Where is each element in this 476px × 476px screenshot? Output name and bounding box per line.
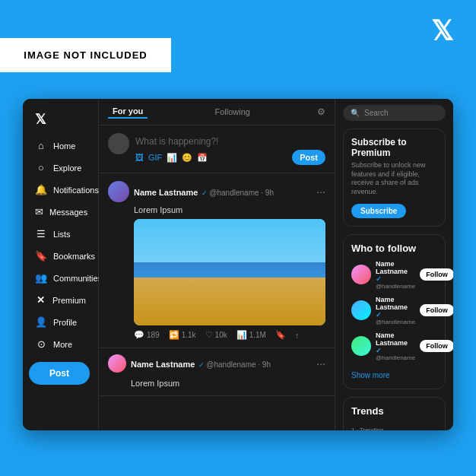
tweet-name-2: Name Lastname — [131, 360, 195, 369]
tweet-handle-1: @handlename · 9h — [209, 189, 274, 197]
follow-button-1[interactable]: Follow — [420, 268, 453, 281]
trend-dots-1[interactable]: ··· — [431, 427, 437, 430]
sidebar-item-notifications[interactable]: 🔔 Notifications — [29, 179, 92, 200]
follow-handle-3: @handlename — [376, 354, 415, 361]
share-icon: ↑ — [295, 331, 300, 340]
tweet-action-views[interactable]: 📊 1.1M — [236, 330, 266, 340]
right-sidebar: 🔍 Search Subscribe to Premium Subscribe … — [335, 99, 453, 430]
profile-icon: 👤 — [35, 316, 47, 328]
tweet-action-retweet[interactable]: 🔁 1.1k — [169, 330, 196, 340]
show-more-link[interactable]: Show more — [351, 371, 390, 379]
poll-tool-icon[interactable]: 📊 — [167, 153, 177, 163]
tweet-name-1: Name Lastname — [134, 188, 198, 197]
who-to-follow-box: Who to follow Name Lastname ✓ @handlenam… — [343, 234, 446, 389]
compose-placeholder[interactable]: What is happening?! — [135, 133, 325, 147]
compose-box: What is happening?! 🖼 GIF 📊 😊 📅 Post — [99, 125, 335, 173]
reply-icon: 💬 — [134, 330, 144, 340]
sidebar: 𝕏 ⌂ Home ○ Explore 🔔 Notifications ✉ Mes… — [23, 99, 99, 430]
search-box[interactable]: 🔍 Search — [343, 105, 446, 121]
sidebar-item-lists[interactable]: ☰ Lists — [29, 224, 92, 244]
follow-info-2: Name Lastname ✓ @handlename — [376, 296, 415, 325]
beach-water — [134, 262, 325, 278]
retweet-icon: 🔁 — [169, 330, 179, 340]
notifications-icon: 🔔 — [35, 184, 47, 195]
emoji-tool-icon[interactable]: 😊 — [182, 153, 192, 163]
tab-for-you[interactable]: For you — [108, 105, 148, 119]
who-to-follow-title: Who to follow — [351, 243, 437, 254]
sidebar-item-profile[interactable]: 👤 Profile — [29, 312, 92, 332]
follow-button-2[interactable]: Follow — [420, 304, 453, 316]
views-count: 1.1M — [249, 331, 266, 339]
views-icon: 📊 — [236, 330, 247, 340]
tweet-avatar-1 — [108, 181, 129, 202]
gif-tool-icon[interactable]: GIF — [148, 153, 162, 162]
tweet-user-info-2: Name Lastname ✓ @handlename · 9h — [131, 357, 312, 370]
sidebar-item-more[interactable]: ⊙ More — [29, 334, 92, 354]
image-tool-icon[interactable]: 🖼 — [135, 153, 144, 162]
compose-tools: 🖼 GIF 📊 😊 📅 Post — [135, 150, 325, 165]
tweet-action-like[interactable]: ♡ 10k — [205, 330, 227, 340]
sidebar-label-profile: Profile — [53, 318, 77, 327]
feed: For you Following ⚙ What is happening?! … — [99, 99, 335, 430]
tweet-user-info-1: Name Lastname ✓ @handlename · 9h — [134, 185, 312, 198]
trends-box: Trends 1 · Trending #Hashtag 34.9K posts… — [343, 397, 446, 430]
schedule-tool-icon[interactable]: 📅 — [197, 153, 208, 163]
follow-avatar-2 — [351, 300, 371, 320]
premium-icon: ✕ — [35, 294, 46, 306]
tweet-text-2: Lorem Ipsum — [131, 379, 179, 388]
settings-icon[interactable]: ⚙ — [317, 106, 325, 117]
tab-following[interactable]: Following — [210, 106, 254, 118]
verified-badge-2: ✓ — [198, 361, 207, 369]
verified-badge-1: ✓ — [202, 189, 210, 197]
tweet-action-reply[interactable]: 💬 189 — [134, 330, 160, 340]
more-icon: ⊙ — [35, 338, 47, 350]
trends-title: Trends — [351, 405, 437, 417]
subscribe-button[interactable]: Subscribe — [351, 204, 406, 218]
tweet-more-icon-1[interactable]: ··· — [316, 186, 325, 198]
follow-name-3: Name Lastname ✓ — [376, 332, 415, 354]
tweet-handle-2: @handlename · 9h — [206, 360, 271, 369]
messages-icon: ✉ — [35, 206, 43, 217]
tweet-header-2: Name Lastname ✓ @handlename · 9h ··· — [108, 354, 325, 373]
sidebar-label-bookmarks: Bookmarks — [53, 252, 95, 261]
follow-item-1: Name Lastname ✓ @handlename Follow — [351, 260, 437, 290]
tweet-card-1: Name Lastname ✓ @handlename · 9h ··· Lor… — [99, 173, 335, 348]
follow-name-1: Name Lastname ✓ — [376, 260, 415, 283]
verified-3: ✓ — [376, 347, 382, 354]
follow-info-3: Name Lastname ✓ @handlename — [376, 332, 415, 361]
twitter-ui: 𝕏 ⌂ Home ○ Explore 🔔 Notifications ✉ Mes… — [23, 99, 453, 430]
sidebar-item-premium[interactable]: ✕ Premium — [29, 290, 92, 310]
tweet-header-1: Name Lastname ✓ @handlename · 9h ··· — [108, 181, 325, 202]
tweet-action-share[interactable]: ↑ — [295, 331, 300, 340]
sidebar-item-explore[interactable]: ○ Explore — [29, 157, 92, 178]
tweet-more-icon-2[interactable]: ··· — [316, 357, 325, 370]
follow-button-3[interactable]: Follow — [420, 340, 453, 352]
sidebar-label-notifications: Notifications — [53, 186, 99, 195]
premium-description: Subscribe to unlock new features and if … — [351, 161, 437, 197]
sidebar-label-communities: Communities — [53, 274, 102, 283]
post-button[interactable]: Post — [29, 362, 90, 385]
sidebar-item-communities[interactable]: 👥 Communities — [29, 268, 92, 288]
sidebar-item-bookmarks[interactable]: 🔖 Bookmarks — [29, 246, 92, 266]
compose-post-button[interactable]: Post — [292, 150, 325, 165]
sidebar-label-explore: Explore — [53, 163, 81, 173]
premium-title: Subscribe to Premium — [351, 137, 437, 158]
explore-icon: ○ — [35, 162, 47, 173]
banner-text: IMAGE NOT INCLUDED — [24, 49, 147, 61]
tweet-action-bookmark[interactable]: 🔖 — [275, 330, 286, 340]
premium-box: Subscribe to Premium Subscribe to unlock… — [343, 129, 446, 227]
lists-icon: ☰ — [35, 228, 47, 240]
like-count: 10k — [215, 331, 227, 339]
sidebar-label-premium: Premium — [52, 296, 86, 305]
communities-icon: 👥 — [35, 272, 47, 284]
search-icon: 🔍 — [351, 109, 360, 117]
home-icon: ⌂ — [35, 140, 47, 151]
verified-1: ✓ — [376, 275, 382, 283]
tweet-actions-1: 💬 189 🔁 1.1k ♡ 10k 📊 1.1M 🔖 — [108, 330, 325, 340]
compose-avatar — [108, 133, 129, 154]
like-icon: ♡ — [205, 330, 213, 340]
sidebar-item-home[interactable]: ⌂ Home — [29, 135, 92, 156]
follow-item-3: Name Lastname ✓ @handlename Follow — [351, 332, 437, 361]
tweet-avatar-2 — [108, 354, 126, 373]
sidebar-item-messages[interactable]: ✉ Messages — [29, 202, 92, 222]
